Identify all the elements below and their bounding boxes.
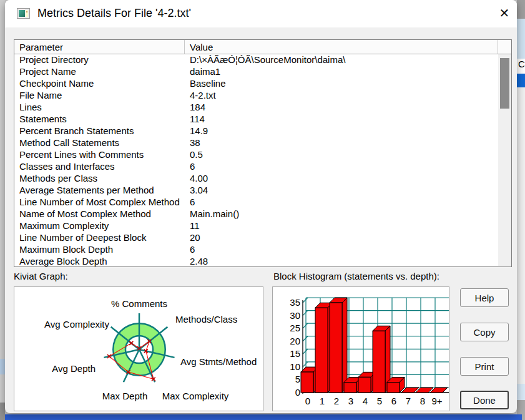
svg-text:0: 0 xyxy=(295,387,300,398)
scrollbar-thumb[interactable] xyxy=(500,58,509,109)
value-cell: 3.04 xyxy=(185,185,498,197)
background-titlebar-fragment xyxy=(517,0,525,19)
table-row[interactable]: Line Number of Most Complex Method6 xyxy=(14,197,498,208)
histogram-chart: 051015202530350123456789+ xyxy=(273,287,449,411)
parameter-cell: Checkpoint Name xyxy=(14,78,185,90)
table-row[interactable]: Percent Branch Statements14.9 xyxy=(14,125,498,137)
svg-text:% Comments: % Comments xyxy=(111,298,167,309)
svg-text:30: 30 xyxy=(290,310,300,321)
table-row[interactable]: Project Namedaima1 xyxy=(14,66,498,78)
parameter-cell: Lines xyxy=(14,102,185,114)
value-cell: 38 xyxy=(185,137,498,149)
svg-text:4: 4 xyxy=(363,396,368,406)
value-cell: 2.48 xyxy=(185,256,498,266)
svg-text:10: 10 xyxy=(290,361,300,372)
app-icon-chart-pane xyxy=(19,10,25,17)
help-button[interactable]: Help xyxy=(460,288,509,307)
table-header: Parameter Value xyxy=(14,40,511,54)
value-cell: 14.9 xyxy=(185,125,498,137)
vertical-scrollbar[interactable] xyxy=(498,54,511,266)
svg-text:15: 15 xyxy=(290,348,300,359)
value-cell: Baseline xyxy=(185,78,498,90)
svg-text:7: 7 xyxy=(406,396,411,406)
parameter-cell: Classes and Interfaces xyxy=(14,161,185,173)
column-header-parameter[interactable]: Parameter xyxy=(14,40,185,54)
parameter-cell: Average Block Depth xyxy=(14,256,185,266)
print-button[interactable]: Print xyxy=(460,357,509,376)
background-selected-row-fragment xyxy=(517,74,525,87)
table-row[interactable]: File Name4-2.txt xyxy=(14,90,498,102)
background-accent-left xyxy=(0,359,5,374)
kiviat-chart: % CommentsMethods/ClassAvg Stmts/MethodM… xyxy=(14,287,263,411)
background-accent-left-bottom xyxy=(0,403,5,420)
table-row[interactable]: Percent Lines with Comments0.5 xyxy=(14,149,498,161)
value-cell: 6 xyxy=(185,244,498,256)
svg-text:0: 0 xyxy=(305,396,310,406)
parameter-cell: Methods per Class xyxy=(14,173,185,185)
parameter-cell: Line Number of Deepest Block xyxy=(14,232,185,244)
parameter-cell: Project Directory xyxy=(14,54,185,66)
parameter-cell: Method Call Statements xyxy=(14,137,185,149)
table-row[interactable]: Method Call Statements38 xyxy=(14,137,498,149)
background-toolbar-fragment xyxy=(517,19,525,59)
svg-text:6: 6 xyxy=(391,396,396,406)
svg-text:3: 3 xyxy=(348,396,353,406)
table-row[interactable]: Average Statements per Method3.04 xyxy=(14,185,498,197)
table-row[interactable]: Average Block Depth2.48 xyxy=(14,256,498,266)
svg-text:20: 20 xyxy=(290,336,300,346)
svg-text:1: 1 xyxy=(320,396,325,406)
value-cell: 20 xyxy=(185,232,498,244)
table-row[interactable]: Line Number of Deepest Block20 xyxy=(14,232,498,244)
table-row[interactable]: Statements114 xyxy=(14,114,498,125)
column-header-value[interactable]: Value xyxy=(185,40,498,54)
value-cell: 6 xyxy=(185,197,498,208)
parameter-cell: Percent Lines with Comments xyxy=(14,149,185,161)
svg-text:9+: 9+ xyxy=(431,396,442,406)
value-cell: D:\×ÀÃæÓ¦ÓÃ\SourceMonitor\daima\ xyxy=(185,54,498,66)
svg-text:35: 35 xyxy=(290,297,300,308)
metrics-table: Parameter Value Project DirectoryD:\×ÀÃæ… xyxy=(14,39,512,267)
background-letter: C xyxy=(518,59,525,69)
value-cell: 4-2.txt xyxy=(185,90,498,102)
value-cell: 4.00 xyxy=(185,173,498,185)
value-cell: 184 xyxy=(185,102,498,114)
titlebar[interactable]: Metrics Details For File '4-2.txt' ✕ xyxy=(5,0,517,27)
parameter-cell: Average Statements per Method xyxy=(14,185,185,197)
done-button[interactable]: Done xyxy=(460,391,509,409)
histogram-panel: 051015202530350123456789+ xyxy=(272,286,449,411)
table-row[interactable]: Lines184 xyxy=(14,102,498,114)
table-row[interactable]: Maximum Complexity11 xyxy=(14,220,498,232)
value-cell: 11 xyxy=(185,220,498,232)
table-row[interactable]: Methods per Class4.00 xyxy=(14,173,498,185)
parameter-cell: Project Name xyxy=(14,66,185,78)
value-cell: daima1 xyxy=(185,66,498,78)
block-histogram-label: Block Histogram (statements vs. depth): xyxy=(273,271,439,281)
value-cell: 114 xyxy=(185,114,498,125)
table-row[interactable]: Maximum Block Depth6 xyxy=(14,244,498,256)
background-window-left-edge xyxy=(0,0,5,420)
parameter-cell: Maximum Block Depth xyxy=(14,244,185,256)
copy-button[interactable]: Copy xyxy=(460,323,509,341)
background-text-fragment: C xyxy=(517,59,525,74)
svg-text:Max Depth: Max Depth xyxy=(102,391,148,401)
close-icon: ✕ xyxy=(499,6,510,21)
table-row[interactable]: Classes and Interfaces6 xyxy=(14,161,498,173)
dialog-title: Metrics Details For File '4-2.txt' xyxy=(37,7,191,20)
table-row[interactable]: Project DirectoryD:\×ÀÃæÓ¦ÓÃ\SourceMonit… xyxy=(14,54,498,66)
app-icon-dot xyxy=(26,11,27,12)
background-statusbar-fragment xyxy=(517,384,525,400)
table-row[interactable]: Checkpoint NameBaseline xyxy=(14,78,498,90)
parameter-cell: Statements xyxy=(14,114,185,125)
column-header-filler xyxy=(498,40,511,54)
parameter-cell: File Name xyxy=(14,90,185,102)
svg-text:Avg Complexity: Avg Complexity xyxy=(44,319,109,330)
metrics-table-body: Project DirectoryD:\×ÀÃæÓ¦ÓÃ\SourceMonit… xyxy=(14,54,498,266)
svg-text:Avg Stmts/Method: Avg Stmts/Method xyxy=(180,356,257,367)
value-cell: 0.5 xyxy=(185,149,498,161)
close-button[interactable]: ✕ xyxy=(494,3,514,23)
svg-text:5: 5 xyxy=(377,396,382,406)
parameter-cell: Percent Branch Statements xyxy=(14,125,185,137)
app-icon[interactable] xyxy=(17,8,30,19)
svg-text:Max Complexity: Max Complexity xyxy=(162,391,229,401)
table-row[interactable]: Name of Most Complex MethodMain.main() xyxy=(14,208,498,220)
